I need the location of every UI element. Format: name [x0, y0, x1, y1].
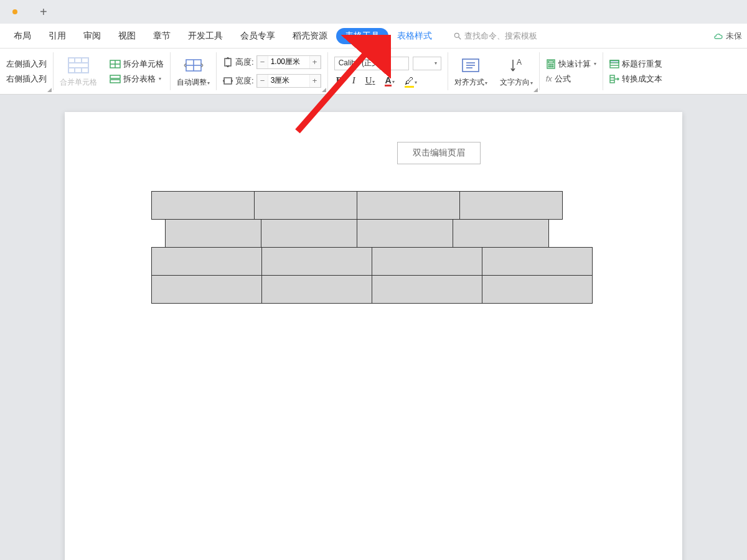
- svg-point-29: [548, 66, 550, 67]
- svg-point-28: [552, 64, 553, 65]
- insert-column-right-button[interactable]: 右侧插入列: [6, 73, 47, 85]
- table-cell[interactable]: [261, 275, 372, 304]
- split-table-button[interactable]: 拆分表格▾: [110, 73, 164, 85]
- menu-resources[interactable]: 稻壳资源: [284, 27, 336, 45]
- menu-table-tools[interactable]: 表格工具: [336, 28, 388, 44]
- height-spinner[interactable]: − +: [256, 55, 321, 69]
- add-tab-button[interactable]: +: [40, 5, 47, 19]
- width-decrease-button[interactable]: −: [257, 75, 268, 87]
- table-cell[interactable]: [482, 275, 593, 304]
- text-direction-icon: A: [504, 55, 529, 76]
- font-color-button[interactable]: A▾: [383, 75, 396, 86]
- menu-table-style[interactable]: 表格样式: [388, 27, 441, 45]
- width-increase-button[interactable]: +: [309, 75, 321, 87]
- svg-rect-25: [548, 61, 553, 63]
- table-cell[interactable]: [165, 219, 261, 248]
- align-group: 对齐方式▾: [448, 49, 494, 94]
- svg-text:A: A: [517, 58, 522, 67]
- formula-button[interactable]: fx 公式: [546, 73, 596, 85]
- split-group: 拆分单元格 拆分表格▾: [103, 49, 170, 94]
- command-search[interactable]: 查找命令、搜索模板: [453, 30, 537, 42]
- search-placeholder: 查找命令、搜索模板: [464, 30, 537, 42]
- menu-devtools[interactable]: 开发工具: [179, 27, 232, 45]
- document-page[interactable]: 双击编辑页眉: [65, 112, 682, 560]
- tab-modified-indicator: [12, 9, 17, 14]
- table-row[interactable]: [152, 192, 593, 220]
- underline-button[interactable]: U▾: [364, 75, 377, 86]
- group-launcher-icon[interactable]: ◢: [533, 86, 538, 93]
- menu-chapter[interactable]: 章节: [144, 27, 179, 45]
- split-cells-button[interactable]: 拆分单元格: [110, 58, 164, 70]
- table-cell[interactable]: [254, 191, 357, 220]
- height-decrease-button[interactable]: −: [257, 56, 268, 68]
- table-cell[interactable]: [261, 219, 357, 248]
- bold-button[interactable]: B: [334, 75, 344, 86]
- highlight-button[interactable]: 🖊▾: [403, 75, 419, 86]
- table-cell[interactable]: [151, 191, 255, 220]
- insert-column-left-button[interactable]: 左侧插入列: [6, 58, 47, 70]
- table-cell[interactable]: [372, 275, 482, 304]
- alignment-icon: [458, 55, 483, 76]
- width-input[interactable]: [268, 77, 309, 85]
- table-cell[interactable]: [372, 247, 482, 276]
- height-input[interactable]: [268, 58, 309, 67]
- tab-bar: +: [0, 0, 747, 24]
- menu-review[interactable]: 审阅: [75, 27, 110, 45]
- menu-reference[interactable]: 引用: [40, 27, 75, 45]
- table-cell[interactable]: [151, 247, 262, 276]
- table-row[interactable]: [166, 220, 593, 248]
- svg-point-26: [548, 64, 550, 65]
- table-cell[interactable]: [357, 191, 460, 220]
- edit-header-hint[interactable]: 双击编辑页眉: [397, 142, 481, 164]
- col-width-icon: [223, 76, 233, 86]
- group-launcher-icon[interactable]: ◢: [47, 86, 52, 93]
- table-row[interactable]: [152, 276, 593, 304]
- split-table-icon: [110, 75, 121, 83]
- alignment-button[interactable]: 对齐方式▾: [454, 55, 487, 88]
- menu-view[interactable]: 视图: [110, 27, 144, 45]
- table-cell[interactable]: [261, 247, 372, 276]
- formula-group: 快速计算▾ fx 公式: [540, 49, 603, 94]
- unsaved-indicator[interactable]: 未保: [713, 30, 742, 42]
- convert-group: 标题行重复 转换成文本: [603, 49, 669, 94]
- menu-member[interactable]: 会员专享: [232, 27, 284, 45]
- merge-group: 合并单元格: [54, 49, 103, 94]
- table-cell[interactable]: [482, 247, 593, 276]
- font-family-select[interactable]: Calibri (正文)▾: [334, 57, 409, 70]
- text-direction-button[interactable]: A 文字方向▾: [500, 55, 533, 88]
- quick-calc-button[interactable]: 快速计算▾: [546, 58, 596, 70]
- font-group: Calibri (正文)▾ ▾ B I U▾ A▾ 🖊▾: [328, 49, 448, 94]
- svg-point-30: [550, 66, 552, 67]
- width-spinner[interactable]: − +: [256, 74, 321, 88]
- autofit-button[interactable]: 自动调整▾: [177, 55, 210, 88]
- table-cell[interactable]: [459, 191, 563, 220]
- svg-rect-12: [110, 75, 120, 78]
- italic-button[interactable]: I: [350, 75, 357, 86]
- cloud-icon: [713, 31, 723, 41]
- width-label: 宽度:: [235, 75, 254, 86]
- text-direction-group: A 文字方向▾ ◢: [494, 49, 539, 94]
- svg-point-0: [454, 33, 459, 37]
- svg-rect-35: [610, 75, 614, 83]
- svg-rect-17: [225, 58, 231, 66]
- table-row[interactable]: [152, 248, 593, 276]
- table-cell[interactable]: [357, 219, 453, 248]
- repeat-header-icon: [609, 60, 619, 68]
- split-cells-icon: [110, 60, 121, 68]
- group-launcher-icon[interactable]: ◢: [322, 86, 326, 93]
- workspace: 双击编辑页眉: [0, 95, 747, 560]
- svg-rect-13: [110, 80, 120, 83]
- document-table[interactable]: [152, 192, 593, 304]
- ribbon: 左侧插入列 右侧插入列 ◢ 合并单元格 拆分单元格 拆分表格▾: [0, 49, 747, 95]
- to-text-icon: [609, 75, 619, 83]
- autofit-group: 自动调整▾: [171, 49, 216, 94]
- table-cell[interactable]: [151, 275, 262, 304]
- repeat-header-button[interactable]: 标题行重复: [609, 58, 662, 70]
- font-size-select[interactable]: ▾: [413, 57, 441, 70]
- height-increase-button[interactable]: +: [309, 56, 321, 68]
- table-cell[interactable]: [453, 219, 549, 248]
- merge-cells-button: 合并单元格: [60, 55, 97, 88]
- menu-layout[interactable]: 布局: [5, 27, 40, 45]
- convert-to-text-button[interactable]: 转换成文本: [609, 73, 662, 85]
- row-height-icon: [223, 57, 233, 67]
